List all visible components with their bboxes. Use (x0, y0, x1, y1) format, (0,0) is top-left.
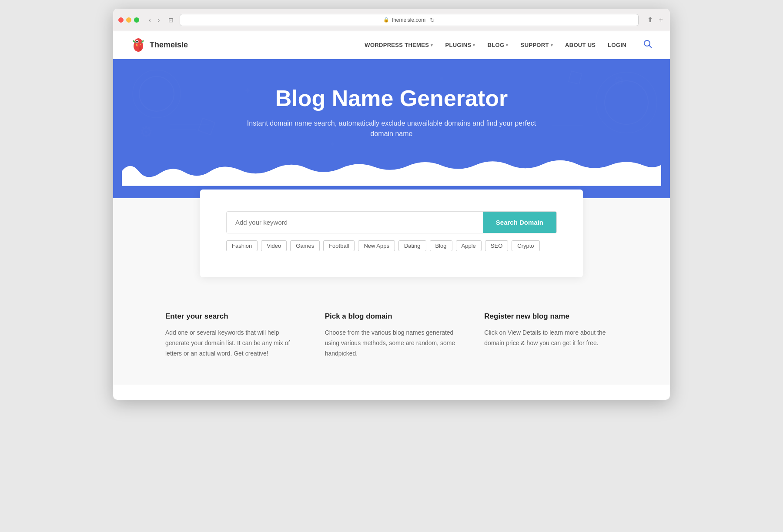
hero-wave (122, 156, 661, 186)
minimize-button[interactable] (126, 17, 131, 23)
logo-text: Themeisle (150, 40, 188, 50)
tag-blog[interactable]: Blog (430, 240, 452, 251)
chevron-down-icon: ▾ (506, 43, 508, 47)
svg-point-3 (136, 41, 138, 43)
info-card-register: Register new blog name Click on View Det… (484, 312, 618, 359)
nav-buttons: ‹ › (146, 15, 162, 25)
back-button[interactable]: ‹ (146, 15, 154, 25)
nav-item-plugins[interactable]: PLUGINS ▾ (445, 42, 475, 48)
svg-point-9 (133, 70, 181, 118)
browser-actions: ⬆ + (646, 14, 665, 26)
tag-new-apps[interactable]: New Apps (358, 240, 395, 251)
svg-text:⚙: ⚙ (139, 123, 153, 141)
info-title-3: Register new blog name (484, 312, 618, 321)
svg-rect-13 (569, 71, 582, 84)
close-button[interactable] (118, 17, 124, 23)
traffic-lights (118, 17, 139, 23)
svg-point-8 (139, 76, 174, 111)
nav-item-support[interactable]: SUPPORT ▾ (521, 42, 553, 48)
tag-football[interactable]: Football (323, 240, 355, 251)
share-button[interactable]: ⬆ (646, 14, 655, 26)
info-card-search: Enter your search Add one or several key… (165, 312, 299, 359)
search-input[interactable] (227, 212, 483, 233)
info-body-2: Choose from the various blog names gener… (325, 328, 458, 359)
search-section: Search Domain FashionVideoGamesFootballN… (113, 190, 670, 277)
address-bar[interactable]: 🔒 themeisle.com ↻ (180, 14, 638, 26)
search-icon[interactable] (643, 42, 652, 50)
browser-window: ‹ › ⊡ 🔒 themeisle.com ↻ ⬆ + (113, 9, 670, 400)
nav-menu: WORDPRESS THEMES ▾ PLUGINS ▾ BLOG ▾ SUPP… (365, 39, 652, 51)
info-body-1: Add one or several keywords that will he… (165, 328, 299, 359)
svg-text:✦: ✦ (244, 85, 251, 96)
main-nav: WORDPRESS THEMES ▾ PLUGINS ▾ BLOG ▾ SUPP… (365, 39, 652, 51)
site-header: Themeisle WORDPRESS THEMES ▾ PLUGINS ▾ B… (113, 31, 670, 59)
tag-crypto[interactable]: Crypto (512, 240, 539, 251)
svg-text:●: ● (439, 74, 444, 83)
svg-point-10 (605, 81, 648, 124)
nav-item-wordpress-themes[interactable]: WORDPRESS THEMES ▾ (365, 42, 433, 48)
nav-item-blog[interactable]: BLOG ▾ (488, 42, 509, 48)
hero-title: Blog Name Generator (275, 85, 508, 111)
logo[interactable]: Themeisle (130, 37, 188, 53)
tag-fashion[interactable]: Fashion (226, 240, 258, 251)
url-text: themeisle.com (392, 17, 425, 23)
hero-section: ⚙ ⚙ ✦ ✦ ♦ ● Blog Name Generator Instant … (113, 59, 670, 198)
search-row: Search Domain (226, 211, 557, 233)
nav-item-login[interactable]: LOGIN (608, 42, 626, 48)
forward-button[interactable]: › (155, 15, 163, 25)
logo-bird-icon (130, 37, 146, 53)
tag-apple[interactable]: Apple (456, 240, 482, 251)
nav-item-about[interactable]: ABOUT US (565, 42, 596, 48)
info-body-3: Click on View Details to learn more abou… (484, 328, 618, 349)
tag-list: FashionVideoGamesFootballNew AppsDatingB… (226, 240, 557, 251)
svg-point-5 (139, 47, 141, 51)
reload-button[interactable]: ↻ (430, 17, 435, 23)
info-title-1: Enter your search (165, 312, 299, 321)
info-section: Enter your search Add one or several key… (113, 277, 670, 385)
tag-dating[interactable]: Dating (398, 240, 426, 251)
new-tab-button[interactable]: + (657, 14, 665, 26)
tag-video[interactable]: Video (261, 240, 287, 251)
svg-line-7 (649, 46, 652, 48)
info-title-2: Pick a blog domain (325, 312, 458, 321)
maximize-button[interactable] (134, 17, 139, 23)
svg-rect-12 (198, 118, 215, 135)
tag-seo[interactable]: SEO (485, 240, 508, 251)
tab-button[interactable]: ⊡ (166, 15, 176, 25)
hero-subtitle: Instant domain name search, automaticall… (239, 118, 544, 139)
chevron-down-icon: ▾ (473, 43, 475, 47)
chevron-down-icon: ▾ (551, 43, 553, 47)
tag-games[interactable]: Games (290, 240, 320, 251)
browser-chrome: ‹ › ⊡ 🔒 themeisle.com ↻ ⬆ + (113, 9, 670, 31)
info-card-pick: Pick a blog domain Choose from the vario… (325, 312, 458, 359)
svg-text:⚙: ⚙ (613, 74, 624, 88)
svg-point-11 (596, 72, 657, 133)
lock-icon: 🔒 (383, 17, 389, 23)
chevron-down-icon: ▾ (431, 43, 433, 47)
search-card: Search Domain FashionVideoGamesFootballN… (200, 190, 583, 277)
search-domain-button[interactable]: Search Domain (483, 212, 556, 233)
svg-text:♦: ♦ (331, 139, 335, 148)
